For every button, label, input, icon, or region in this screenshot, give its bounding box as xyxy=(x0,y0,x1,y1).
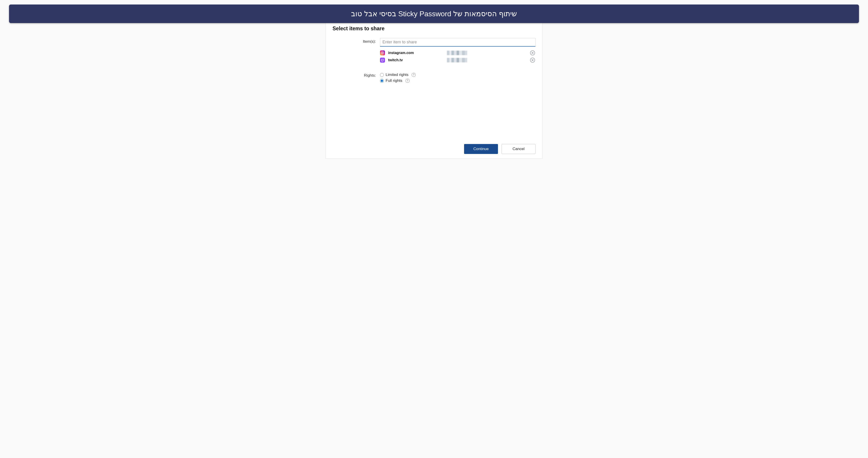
help-icon[interactable]: ? xyxy=(405,79,410,83)
items-label: Item(s): xyxy=(333,38,380,44)
rights-option-full[interactable]: Full rights ? xyxy=(380,78,535,84)
continue-button[interactable]: Continue xyxy=(464,144,498,154)
item-input[interactable] xyxy=(380,38,535,47)
close-icon xyxy=(531,52,534,54)
rights-row: Rights: Limited rights ? Full rights ? xyxy=(333,72,535,84)
help-icon[interactable]: ? xyxy=(412,73,416,77)
share-dialog: Select items to share Item(s): instagram… xyxy=(326,14,542,159)
item-name: twitch.tv xyxy=(388,58,447,62)
item-list: instagram.com xyxy=(380,49,535,64)
svg-point-2 xyxy=(383,52,383,52)
redacted-username xyxy=(447,58,467,62)
rights-option-limited[interactable]: Limited rights ? xyxy=(380,72,535,78)
items-row: Item(s): instagram.com xyxy=(333,38,535,64)
twitch-icon xyxy=(380,58,385,63)
annotation-text: שיתוף הסיסמאות של Sticky Password בסיסי … xyxy=(351,10,517,18)
annotation-banner: שיתוף הסיסמאות של Sticky Password בסיסי … xyxy=(9,4,859,23)
rights-radio-limited[interactable] xyxy=(380,73,384,77)
remove-item-button[interactable] xyxy=(530,58,535,63)
rights-label: Rights: xyxy=(333,72,380,78)
instagram-icon xyxy=(380,51,385,55)
rights-limited-label: Limited rights xyxy=(385,72,408,77)
dialog-heading: Select items to share xyxy=(333,26,535,32)
item-name: instagram.com xyxy=(388,51,447,55)
dialog-footer: Continue Cancel xyxy=(333,137,535,154)
redacted-username xyxy=(447,51,467,55)
svg-rect-6 xyxy=(383,60,383,60)
remove-item-button[interactable] xyxy=(530,51,535,55)
rights-radio-full[interactable] xyxy=(380,79,384,83)
close-icon xyxy=(531,59,534,61)
rights-full-label: Full rights xyxy=(385,79,402,83)
list-item: instagram.com xyxy=(380,49,535,57)
list-item: twitch.tv xyxy=(380,57,535,64)
svg-point-1 xyxy=(382,53,383,54)
cancel-button[interactable]: Cancel xyxy=(502,144,535,154)
svg-rect-5 xyxy=(382,60,382,60)
